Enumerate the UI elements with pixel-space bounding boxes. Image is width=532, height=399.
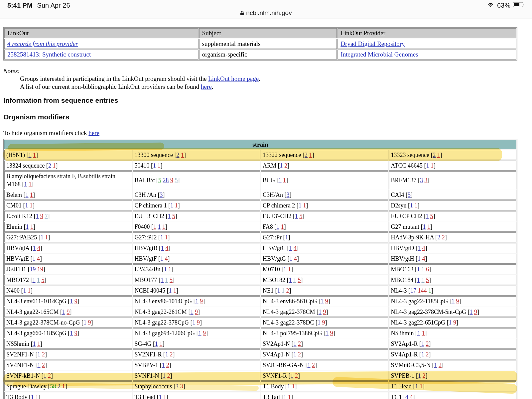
count-link[interactable]: 1 [165,351,168,358]
count-link[interactable]: 2 [48,162,51,169]
count-link[interactable]: 1 [153,162,156,169]
count-link[interactable]: 1 [417,330,420,336]
count-link[interactable]: 9 [322,319,325,326]
count-link[interactable]: 1 [37,340,40,347]
count-link[interactable]: 9 [456,298,459,305]
count-link[interactable]: 9 [474,309,477,315]
count-link[interactable]: 1 [423,223,426,230]
count-link[interactable]: 1 [295,213,298,219]
count-link[interactable]: 1 [319,309,322,315]
count-link[interactable]: 1 [293,277,296,283]
count-link[interactable]: 1 [24,181,27,188]
count-link[interactable]: 1 [70,330,73,336]
count-link[interactable]: 144 [418,287,427,294]
count-link[interactable]: 3 [160,192,163,198]
count-link[interactable]: 1 [62,383,65,390]
count-link[interactable]: 1 [165,234,168,241]
count-link[interactable]: 1 [153,223,156,230]
count-link[interactable]: 19 [30,266,36,273]
count-link[interactable]: 1 [452,298,455,305]
count-link[interactable]: 1 [25,192,28,198]
count-link[interactable]: 1 [158,162,161,169]
count-link[interactable]: 1 [283,177,286,184]
count-link[interactable]: 1 [62,309,65,315]
hide-modifiers-link[interactable]: here [88,129,99,136]
count-link[interactable]: 1 [44,372,47,379]
count-link[interactable]: 1 [198,330,201,336]
count-link[interactable]: 2 [166,362,169,368]
count-link[interactable]: 1 [288,394,291,399]
providers-list-link[interactable]: here [201,83,212,90]
count-link[interactable]: 1 [417,266,420,273]
count-link[interactable]: 1 [41,234,44,241]
count-link[interactable]: 2 [284,162,287,169]
count-link[interactable]: 2 [167,372,170,379]
count-link[interactable]: 1 [289,245,292,251]
count-link[interactable]: 1 [282,287,285,294]
count-link[interactable]: 5 [408,192,411,198]
count-link[interactable]: 1 [33,255,36,262]
count-link[interactable]: 1 [281,223,284,230]
count-link[interactable]: 5 [426,277,429,283]
count-link[interactable]: 1 [437,152,440,158]
count-link[interactable]: 1 [469,309,472,315]
count-link[interactable]: 1 [30,223,33,230]
count-link[interactable]: 9 [325,298,328,305]
count-link[interactable]: 1 [422,266,425,273]
count-link[interactable]: 6 [426,266,429,273]
count-link[interactable]: 1 [283,394,286,399]
count-link[interactable]: 2 [295,372,298,379]
count-link[interactable]: 1 [175,202,178,209]
count-link[interactable]: 5 [175,177,178,184]
count-link[interactable]: 1 [162,223,165,230]
count-link[interactable]: 1 [422,330,425,336]
count-link[interactable]: 1 [285,234,288,241]
count-link[interactable]: 2 [433,152,436,158]
count-link[interactable]: 1 [428,287,431,294]
count-link[interactable]: 2 [423,372,426,379]
count-link[interactable]: 1 [418,245,421,251]
count-link[interactable]: 5 [298,277,301,283]
count-link[interactable]: 9 [197,319,200,326]
count-link[interactable]: 1 [23,287,26,294]
count-link[interactable]: 1 [38,362,41,368]
count-link[interactable]: 1 [426,213,429,219]
count-link[interactable]: 2 [170,351,173,358]
provider-link[interactable]: Dryad Digital Repository [340,40,405,47]
count-link[interactable]: 1 [30,192,33,198]
count-link[interactable]: 1 [195,298,198,305]
count-link[interactable]: 1 [284,266,287,273]
count-link[interactable]: 1 [169,266,172,273]
count-link[interactable]: 1 [309,152,312,158]
count-link[interactable]: 1 [287,383,290,390]
count-link[interactable]: 4 [405,394,408,399]
count-link[interactable]: 1 [53,162,56,169]
count-link[interactable]: 1 [155,340,158,347]
count-link[interactable]: 9 [88,319,91,326]
count-link[interactable]: 9 [200,298,203,305]
count-link[interactable]: 1 [162,362,165,368]
count-link[interactable]: 9 [40,213,43,219]
provider-link[interactable]: Integrated Microbial Genomes [340,51,418,58]
count-link[interactable]: 1 [294,351,297,358]
count-link[interactable]: 1 [192,319,195,326]
count-link[interactable]: 9 [74,298,77,305]
count-link[interactable]: 1 [29,181,32,188]
count-link[interactable]: 1 [418,255,421,262]
count-link[interactable]: 1 [160,255,163,262]
count-link[interactable]: 1 [308,362,311,368]
count-link[interactable]: 1 [30,202,33,209]
count-link[interactable]: 1 [33,245,36,251]
count-link[interactable]: 1 [294,340,297,347]
count-link[interactable]: 4 [422,245,425,251]
count-link[interactable]: 3 [287,192,290,198]
count-link[interactable]: 2 [58,383,61,390]
count-link[interactable]: 1 [168,213,171,219]
count-link[interactable]: 1 [173,287,176,294]
count-link[interactable]: 1 [426,162,429,169]
count-link[interactable]: 1 [279,177,282,184]
count-link[interactable]: 1 [160,340,163,347]
count-link[interactable]: 28 [163,177,169,184]
address-bar[interactable]: ncbi.nlm.nih.gov [0,9,532,17]
count-link[interactable]: 9 [66,309,69,315]
